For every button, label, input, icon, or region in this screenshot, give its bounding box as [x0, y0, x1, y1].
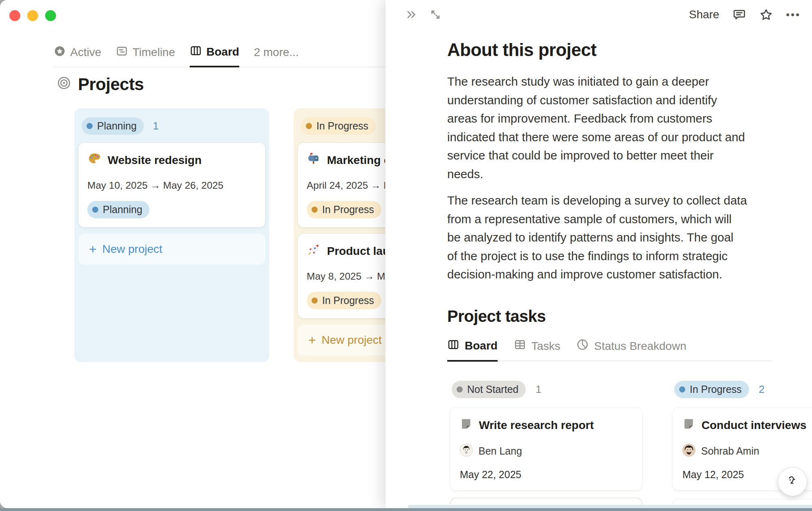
- task-title: Write research report: [479, 419, 594, 432]
- status-dot: [312, 207, 318, 213]
- window-controls: [9, 10, 56, 21]
- tab-active[interactable]: Active: [54, 38, 101, 67]
- page-title[interactable]: Projects: [57, 75, 144, 94]
- mailbox-icon: [307, 152, 320, 168]
- tab-task-board[interactable]: Board: [447, 339, 498, 362]
- assignee-row: Sohrab Amin: [682, 444, 812, 459]
- tab-label: 2 more...: [254, 46, 299, 59]
- task-view-tabs: Board Tasks Status Breakdown: [447, 339, 772, 361]
- side-peek-panel: Share ••• About this project The researc…: [385, 0, 812, 508]
- column-name: In Progress: [316, 120, 368, 132]
- column-name: In Progress: [690, 384, 742, 395]
- more-options-icon[interactable]: •••: [786, 9, 801, 21]
- tab-label: Active: [70, 46, 101, 59]
- card-title: Website redesign: [108, 154, 201, 167]
- status-dot: [87, 123, 93, 129]
- background-window-band: [408, 505, 812, 508]
- board-icon: [190, 45, 202, 60]
- due-date: May 22, 2025: [460, 469, 632, 481]
- column-name: Planning: [97, 120, 136, 132]
- page-icon: [682, 418, 695, 433]
- card-title: Product lau: [327, 245, 390, 258]
- project-card-website-redesign[interactable]: Website redesign May 10, 2025 → May 26, …: [78, 143, 265, 227]
- person-name: Sohrab Amin: [701, 445, 759, 457]
- task-title: Conduct interviews: [702, 419, 806, 432]
- card-title: Marketing c: [327, 154, 390, 167]
- column-status-pill[interactable]: In Progress: [674, 381, 749, 398]
- column-status-pill[interactable]: Not Started: [452, 381, 526, 398]
- card-status-tag: In Progress: [307, 292, 381, 309]
- tasks-board: Not Started 1 Write research report: [442, 372, 812, 509]
- about-heading[interactable]: About this project: [447, 40, 812, 60]
- plus-icon: +: [308, 333, 316, 348]
- page-icon: [460, 418, 472, 433]
- column-status-pill[interactable]: In Progress: [301, 117, 376, 135]
- comments-icon[interactable]: [732, 8, 746, 22]
- tab-board[interactable]: Board: [190, 38, 239, 67]
- status-dot: [679, 386, 685, 392]
- ai-assistant-button[interactable]: [778, 468, 807, 496]
- status-dot: [457, 386, 463, 392]
- star-badge-icon: [54, 45, 66, 60]
- page-title-text: Projects: [78, 75, 144, 94]
- share-button[interactable]: Share: [689, 8, 719, 21]
- status-dot: [312, 298, 318, 304]
- favorite-star-icon[interactable]: [759, 8, 773, 22]
- traffic-light-minimize[interactable]: [27, 10, 38, 21]
- column-header: Not Started 1: [450, 380, 642, 399]
- panel-body: About this project The research study wa…: [447, 29, 812, 508]
- tab-task-list[interactable]: Tasks: [514, 339, 561, 360]
- card-status-tag: Planning: [87, 201, 149, 218]
- avatar-sohrab-amin: [682, 444, 695, 459]
- column-name: Not Started: [467, 384, 518, 395]
- column-count: 1: [153, 120, 158, 132]
- about-paragraph-1[interactable]: The research study was initiated to gain…: [447, 72, 812, 183]
- person-name: Ben Lang: [479, 445, 522, 457]
- target-icon: [57, 75, 71, 94]
- projects-view-tabs: Active Timeline Board 2 more...: [54, 38, 299, 67]
- column-header: In Progress 2: [673, 380, 812, 399]
- task-card-write-research-report[interactable]: Write research report Ben Lang May 22, 2…: [450, 408, 642, 490]
- task-column-not-started: Not Started 1 Write research report: [442, 372, 650, 509]
- tab-timeline[interactable]: Timeline: [116, 38, 175, 67]
- tab-label: Timeline: [132, 46, 175, 59]
- tab-more-views[interactable]: 2 more...: [254, 38, 299, 67]
- panel-toolbar: Share •••: [385, 0, 812, 29]
- traffic-light-zoom[interactable]: [45, 10, 56, 21]
- close-side-peek-icon[interactable]: [405, 8, 418, 21]
- project-tasks-heading[interactable]: Project tasks: [447, 307, 812, 326]
- expand-page-icon[interactable]: [429, 9, 442, 21]
- new-project-button[interactable]: + New project: [78, 234, 265, 265]
- avatar-ben-lang: [460, 444, 473, 459]
- screenshot-root: Active Timeline Board 2 more...: [0, 0, 812, 511]
- about-paragraph-2[interactable]: The research team is developing a survey…: [447, 191, 812, 284]
- rocket-icon: [307, 243, 320, 259]
- board-column-planning: Planning 1 Website redesign May 10, 2025…: [74, 108, 269, 362]
- timeline-icon: [116, 45, 128, 60]
- palette-icon: [87, 152, 101, 168]
- ai-face-icon: [785, 473, 800, 490]
- pie-chart-icon: [576, 339, 589, 354]
- table-icon: [514, 339, 526, 354]
- plus-icon: +: [89, 242, 97, 257]
- tab-label: Board: [206, 45, 239, 58]
- column-status-pill[interactable]: Planning: [82, 117, 144, 135]
- background-window-edge: [0, 508, 812, 511]
- assignee-row: Ben Lang: [460, 444, 632, 459]
- notion-window: Active Timeline Board 2 more...: [0, 0, 812, 508]
- column-count: 1: [535, 383, 541, 396]
- column-count: 2: [759, 383, 764, 396]
- card-dates: May 10, 2025 → May 26, 2025: [87, 180, 256, 191]
- status-dot: [306, 123, 312, 129]
- tab-status-breakdown[interactable]: Status Breakdown: [576, 339, 686, 360]
- card-status-tag: In Progress: [307, 201, 381, 218]
- status-dot: [92, 207, 98, 213]
- column-header: Planning 1: [78, 115, 265, 136]
- board-icon: [447, 339, 459, 354]
- traffic-light-close[interactable]: [9, 10, 20, 21]
